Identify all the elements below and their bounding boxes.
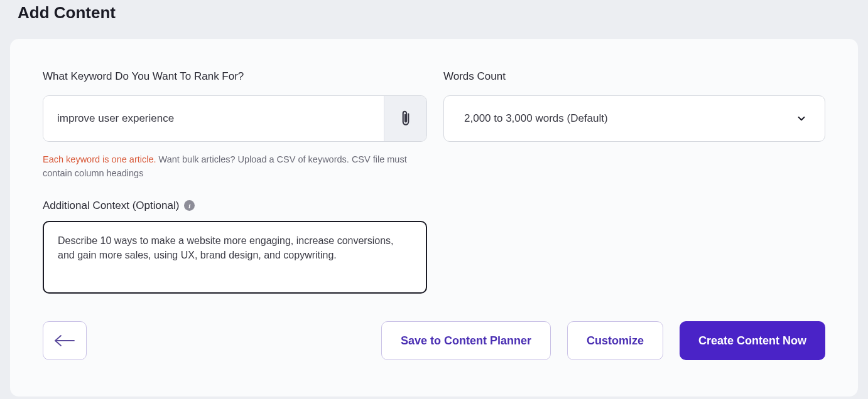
keyword-column: What Keyword Do You Want To Rank For? Ea… <box>43 70 427 296</box>
save-to-planner-button[interactable]: Save to Content Planner <box>381 321 551 360</box>
context-textarea[interactable] <box>43 221 427 294</box>
content-card: What Keyword Do You Want To Rank For? Ea… <box>10 39 858 396</box>
keyword-input-wrap <box>43 95 427 142</box>
chevron-down-icon <box>796 113 807 124</box>
help-emphasis: Each keyword is one article. <box>43 154 156 164</box>
upload-csv-button[interactable] <box>384 96 426 141</box>
words-count-column: Words Count 2,000 to 3,000 words (Defaul… <box>443 70 825 296</box>
info-icon[interactable]: i <box>184 200 195 211</box>
arrow-left-icon <box>54 334 75 347</box>
keyword-label: What Keyword Do You Want To Rank For? <box>43 70 427 83</box>
customize-button[interactable]: Customize <box>567 321 663 360</box>
context-label: Additional Context (Optional) <box>43 200 179 212</box>
footer-actions: Save to Content Planner Customize Create… <box>381 321 825 360</box>
words-count-select[interactable]: 2,000 to 3,000 words (Default) <box>443 95 825 142</box>
keyword-input[interactable] <box>43 96 384 141</box>
context-label-row: Additional Context (Optional) i <box>43 200 427 212</box>
footer-row: Save to Content Planner Customize Create… <box>43 321 825 360</box>
words-count-value: 2,000 to 3,000 words (Default) <box>464 112 608 125</box>
back-button[interactable] <box>43 321 87 360</box>
form-row: What Keyword Do You Want To Rank For? Ea… <box>43 70 825 296</box>
keyword-help-text: Each keyword is one article. Want bulk a… <box>43 153 427 181</box>
paperclip-icon <box>398 109 414 128</box>
create-content-button[interactable]: Create Content Now <box>680 321 825 360</box>
page-title: Add Content <box>0 0 868 23</box>
words-count-label: Words Count <box>443 70 825 83</box>
